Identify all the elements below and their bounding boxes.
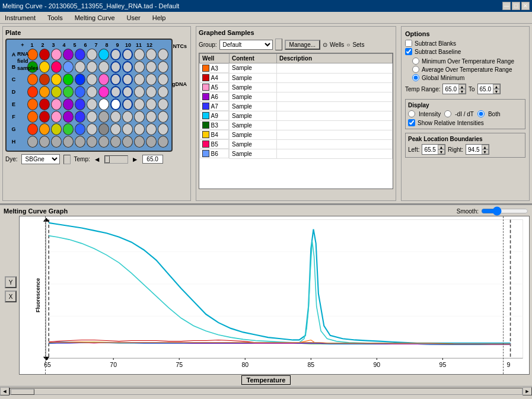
temp-slider-left[interactable]: ◄	[94, 155, 101, 164]
table-row[interactable]: A5 Sample	[200, 82, 393, 92]
well[interactable]	[98, 123, 109, 135]
well[interactable]	[51, 61, 62, 73]
temp-slider-right[interactable]: ►	[132, 155, 139, 164]
well[interactable]	[63, 61, 74, 73]
well[interactable]	[87, 123, 97, 135]
well[interactable]	[51, 123, 62, 135]
well[interactable]	[98, 86, 109, 98]
well[interactable]	[51, 111, 62, 123]
menu-user[interactable]: User	[125, 14, 143, 22]
well[interactable]	[134, 49, 145, 60]
well[interactable]	[63, 49, 74, 60]
table-row[interactable]: A6 Sample	[200, 92, 393, 101]
both-radio[interactable]	[477, 110, 485, 117]
well[interactable]	[63, 74, 74, 85]
well[interactable]	[134, 86, 145, 98]
well[interactable]	[39, 136, 50, 148]
well[interactable]	[51, 74, 62, 85]
well[interactable]	[110, 111, 121, 123]
well[interactable]	[51, 86, 62, 98]
well[interactable]	[87, 111, 97, 123]
well[interactable]	[146, 123, 157, 135]
well[interactable]	[122, 111, 133, 123]
well[interactable]	[158, 61, 168, 73]
well[interactable]	[75, 74, 85, 85]
well[interactable]	[87, 74, 97, 85]
well[interactable]	[87, 49, 97, 60]
table-row[interactable]: B4 Sample	[200, 130, 393, 139]
well[interactable]	[146, 61, 157, 73]
well[interactable]	[75, 123, 85, 135]
samples-table-wrapper[interactable]: Well Content Description A3 Sample A4 Sa…	[199, 53, 393, 189]
well[interactable]	[122, 49, 133, 60]
well[interactable]	[63, 123, 74, 135]
y-up-btn[interactable]: Y	[5, 276, 17, 288]
well[interactable]	[110, 136, 121, 148]
bottom-scrollbar[interactable]: ◄ ►	[0, 386, 532, 395]
well[interactable]	[27, 123, 38, 135]
well[interactable]	[110, 86, 121, 98]
menu-help[interactable]: Help	[150, 14, 168, 22]
well[interactable]	[87, 86, 97, 98]
well[interactable]	[134, 123, 145, 135]
well[interactable]	[63, 111, 74, 123]
well[interactable]	[122, 86, 133, 98]
well[interactable]	[98, 49, 109, 60]
well[interactable]	[110, 123, 121, 135]
well[interactable]	[98, 74, 109, 85]
well[interactable]	[134, 74, 145, 85]
well[interactable]	[146, 98, 157, 110]
temp-to-up[interactable]: ▲	[493, 84, 500, 89]
well[interactable]	[39, 98, 50, 110]
group-combo-arrow[interactable]	[275, 39, 282, 50]
well[interactable]	[75, 98, 85, 110]
subtract-blanks-check[interactable]	[405, 40, 412, 47]
well[interactable]	[51, 136, 62, 148]
scroll-left-btn[interactable]: ◄	[0, 387, 9, 395]
well[interactable]	[134, 136, 145, 148]
well[interactable]	[122, 98, 133, 110]
well[interactable]	[110, 74, 121, 85]
scroll-track[interactable]	[9, 388, 523, 395]
subtract-baseline-check[interactable]	[405, 48, 412, 55]
well[interactable]	[51, 49, 62, 60]
well[interactable]	[87, 61, 97, 73]
well[interactable]	[39, 123, 50, 135]
well[interactable]	[27, 74, 38, 85]
well[interactable]	[75, 61, 85, 73]
well[interactable]	[158, 98, 168, 110]
close-button[interactable]: ✕	[521, 2, 530, 10]
maximize-button[interactable]: □	[512, 2, 520, 10]
scroll-right-btn[interactable]: ►	[523, 387, 532, 395]
smooth-slider[interactable]	[481, 206, 528, 216]
table-row[interactable]: A9 Sample	[200, 111, 393, 120]
avg-over-temp-radio[interactable]	[412, 66, 419, 73]
well[interactable]	[134, 61, 145, 73]
well[interactable]	[158, 74, 168, 85]
well[interactable]	[110, 98, 121, 110]
well[interactable]	[158, 86, 168, 98]
well[interactable]	[122, 136, 133, 148]
well[interactable]	[39, 61, 50, 73]
scroll-thumb[interactable]	[11, 389, 34, 395]
well[interactable]	[98, 98, 109, 110]
table-row[interactable]: B3 Sample	[200, 120, 393, 130]
dldt-radio[interactable]	[444, 110, 451, 117]
temp-slider[interactable]	[104, 155, 128, 164]
well[interactable]	[75, 111, 85, 123]
well[interactable]	[122, 61, 133, 73]
well[interactable]	[87, 136, 97, 148]
group-select[interactable]: Default	[219, 40, 273, 50]
show-relative-check[interactable]	[408, 119, 415, 126]
well[interactable]	[75, 49, 85, 60]
well[interactable]	[146, 74, 157, 85]
well[interactable]	[158, 136, 168, 148]
well[interactable]	[110, 61, 121, 73]
temp-from-down[interactable]: ▼	[458, 89, 466, 94]
well[interactable]	[122, 74, 133, 85]
well[interactable]	[146, 49, 157, 60]
table-row[interactable]: B6 Sample	[200, 149, 393, 158]
table-row[interactable]: A3 Sample	[200, 63, 393, 74]
well[interactable]	[146, 86, 157, 98]
well[interactable]	[39, 111, 50, 123]
